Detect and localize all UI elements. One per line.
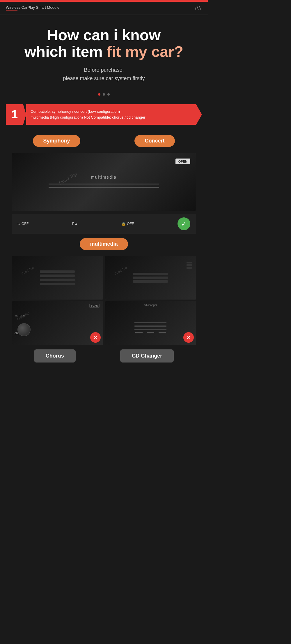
ctrl-item-2: P▲ [72,222,78,226]
step-not-compatible: multimedia (High configuration) Not Comp… [31,115,146,120]
symphony-concert-btn-row: Symphony Concert [6,135,202,147]
step-compatible: Compatible: symphoney / concert (Low con… [31,109,146,115]
ctrl-1-icon: ⊙ [17,222,20,226]
dot-3[interactable] [107,93,110,96]
vent-line-4 [40,283,75,285]
step-number: 1 [6,104,26,125]
ctrl-item-3: 🔒 OFF [121,222,134,226]
multimedia-radio-sim: Road Top OPEN multimedia [12,153,196,211]
multimedia-btn-wrap: multimedia [6,238,202,250]
cd-changer-inner-label: cd changer [144,304,157,307]
hero-subtitle: Before purchase, please make sure car sy… [9,66,199,83]
cd-small-btn-2 [147,332,154,333]
cd-btn-group [187,262,192,269]
cd-slot-1 [49,184,159,184]
chorus-cross: ✕ [90,332,101,343]
hero-line2-highlight: fit my car? [107,43,183,60]
chorus-upper-sim: Road Top [12,256,103,300]
cd-changer-upper-sim: Road Top [105,256,196,300]
cd-small-btns [135,332,166,333]
chorus-lower-sim: Road Top chorus SCAN RETURN ✕ [12,301,103,345]
concert-button[interactable]: Concert [134,135,175,147]
chorus-cdchanger-btn-row: Chorus CD Changer [12,349,196,363]
watermark-5: Road Top [114,266,128,276]
open-button-label: OPEN [175,159,190,164]
chorus-upper-cell: Road Top [12,256,103,300]
vent-line-3 [40,279,75,281]
cd-changer-lower-sim: cd changer ✕ [105,301,196,345]
cd-vent-1 [133,273,168,275]
ctrl-1-label: OFF [22,222,29,226]
header: Wireless CarPlay Smart Module //// [0,2,208,15]
ctrl-item-1: ⊙ OFF [17,222,29,226]
vent-line-1 [40,270,75,273]
chorus-cdchanger-grid: Road Top Road Top [12,256,196,345]
header-title: Wireless CarPlay Smart Module [6,5,59,11]
ctrl-3-label: OFF [127,222,134,226]
step-text: Compatible: symphoney / concert (Low con… [31,109,146,120]
hero-line1: How can i know [47,27,161,43]
hero-subtitle-line1: Before purchase, [84,67,124,73]
cd-changer-cross: ✕ [183,332,194,343]
ctrl-3-icon: 🔒 [121,222,126,226]
watermark-4: Road Top [21,266,35,276]
cd-small-btn-1 [135,332,143,333]
ctrl-2-icon: P▲ [72,222,78,226]
cd-slot-c [134,329,166,330]
cd-changer-button[interactable]: CD Changer [120,349,174,363]
hero-line2-normal: which item [24,43,107,60]
cd-btn-2 [187,264,192,266]
hero-subtitle-line2: please make sure car system firstly [63,75,145,81]
cd-slot-b [134,325,166,327]
step-banner: 1 Compatible: symphoney / concert (Low c… [6,104,202,125]
scan-label-chorus: SCAN [89,304,100,308]
chorus-button[interactable]: Chorus [34,349,76,363]
cd-vent-group [133,273,168,283]
cd-slots-group [134,322,166,330]
multimedia-label: multimedia [91,175,117,180]
symphony-button[interactable]: Symphony [33,135,80,147]
carousel-dots [0,93,208,96]
chorus-knob [17,323,31,336]
return-chorus: RETURN [15,314,25,317]
cd-btn-1 [187,262,192,263]
vent-lines-1 [40,270,75,285]
controls-bar: ⊙ OFF P▲ 🔒 OFF ✓ [12,214,196,234]
hero-heading: How can i know which item fit my car? [9,27,199,60]
header-logo: //// [195,6,202,10]
cd-slot-2 [49,187,159,188]
dot-1[interactable] [98,93,100,96]
vent-line-2 [40,275,75,277]
cd-changer-upper-cell: Road Top [105,256,196,300]
cd-vent-3 [133,280,168,283]
cd-small-btn-3 [159,332,166,333]
cd-vent-2 [133,277,168,279]
multimedia-button[interactable]: multimedia [80,238,128,250]
step-section: 1 Compatible: symphoney / concert (Low c… [0,104,208,380]
dot-2[interactable] [103,93,105,96]
step-label: Compatible: symphoney / concert (Low con… [26,104,202,125]
multimedia-checkmark: ✓ [178,217,190,230]
cd-changer-lower-cell: cd changer ✕ [105,301,196,345]
hero-section: How can i know which item fit my car? Be… [0,15,208,89]
multimedia-image-box: Road Top OPEN multimedia [12,153,196,211]
cd-slot-a [134,322,166,323]
cd-btn-3 [187,267,192,269]
chorus-lower-cell: Road Top chorus SCAN RETURN ✕ [12,301,103,345]
